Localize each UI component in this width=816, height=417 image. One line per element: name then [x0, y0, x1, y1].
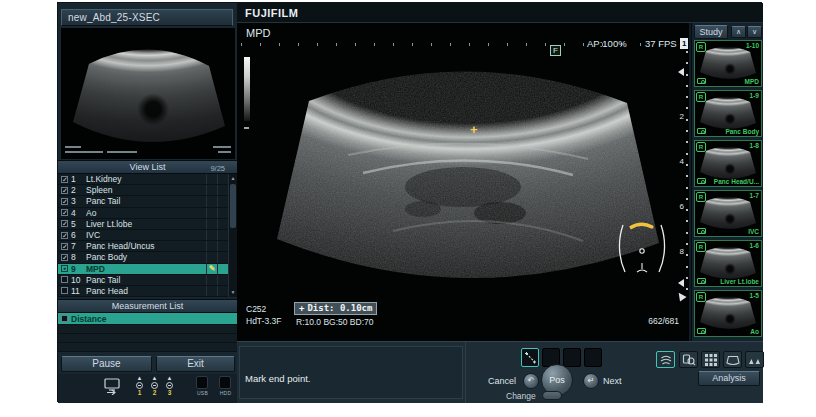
brand-bar: FUJIFILM [237, 3, 763, 23]
scroll-up-icon[interactable]: ▲ [229, 174, 237, 183]
view-list-row[interactable]: ● 9 MPD ✎ [58, 264, 237, 275]
view-list-row[interactable]: ✓ 2 Spleen [58, 185, 237, 196]
image-parameters-readout: R:10.0 BG:50 BD:70 [296, 317, 374, 327]
view-list-row[interactable]: 10 Panc Tail [58, 275, 237, 286]
study-thumbnail[interactable]: R 1-8 Panc Head/U... [694, 140, 762, 187]
reference-ultrasound-image [61, 28, 235, 159]
study-thumbnail[interactable]: R 1-5 Ao [694, 290, 762, 337]
view-list-row[interactable]: ✓ 1 Lt.Kidney [58, 174, 237, 185]
view-number: 3 [71, 196, 86, 206]
r-badge: R [696, 192, 706, 202]
bottom-control-bar: Mark end point. [237, 341, 689, 403]
view-checkbox[interactable]: ✓ [58, 243, 71, 250]
scroll-down-icon[interactable]: ▼ [229, 288, 237, 297]
study-thumbnail[interactable]: R 1-9 Panc Body [694, 90, 762, 137]
view-number: 7 [71, 241, 86, 251]
analysis-button[interactable]: Analysis [698, 371, 760, 386]
usb-indicator: USB [196, 376, 209, 396]
view-list-row[interactable]: ✓ 6 IVC [58, 230, 237, 241]
probe-icon[interactable] [656, 351, 675, 368]
view-list-row[interactable]: 11 Panc Head [58, 286, 237, 297]
cine-frame-counter: 662/681 [648, 316, 679, 326]
view-checkbox[interactable]: ✓ [58, 198, 71, 205]
view-list-scrollbar[interactable]: ▲ ▼ [228, 174, 237, 297]
view-number: 11 [71, 286, 86, 296]
view-checkbox[interactable]: ● [58, 265, 71, 272]
view-name: Panc Head [86, 286, 206, 296]
empty-row [58, 325, 237, 334]
ultrasound-display: MPD [237, 23, 689, 341]
view-checkbox[interactable]: ✓ [58, 232, 71, 239]
exit-button[interactable]: Exit [156, 356, 235, 372]
active-caliper-mark: + [299, 303, 304, 314]
camera-icon [697, 278, 706, 284]
study-button[interactable]: Study [694, 25, 728, 39]
cancel-button[interactable]: ↶ [523, 373, 539, 389]
edit-pencil-icon: ✎ [209, 264, 216, 273]
view-name: Liver Lt.lobe [86, 219, 206, 229]
study-thumbnail[interactable]: R 1-6 Liver Lt.lobe [694, 240, 762, 287]
view-checkbox[interactable] [58, 287, 71, 294]
image-area-icon[interactable] [723, 351, 742, 368]
view-name: Panc Tail [86, 275, 206, 285]
patient-search-icon[interactable] [679, 351, 698, 368]
view-list-row[interactable]: ✓ 8 Panc Body [58, 252, 237, 263]
left-panel: new_Abd_25-XSEC View List 9/25 ✓ 1 Lt.Ki… [58, 3, 237, 401]
thumbnail-number: 1-6 [750, 242, 759, 249]
depth-tick-label: 8 [675, 247, 684, 256]
tool-slot[interactable] [563, 348, 581, 367]
view-list-row[interactable]: ✓ 7 Panc Head/Uncus [58, 241, 237, 252]
measurement-list-header: Measurement List [58, 299, 237, 313]
footswitch-indicators: ▲ 1 ▲ 2 ▲ 3 [134, 375, 175, 397]
measurement-checkbox[interactable] [58, 315, 71, 322]
thumbnail-caption-text [218, 151, 231, 153]
dual-compare-icon[interactable] [745, 351, 764, 368]
view-name: Ao [86, 208, 206, 218]
view-checkbox[interactable]: ✓ [58, 187, 71, 194]
view-checkbox[interactable]: ✓ [58, 176, 71, 183]
body-marker-icon [615, 219, 669, 277]
view-list-row[interactable]: ✓ 4 Ao [58, 208, 237, 219]
pause-button[interactable]: Pause [61, 356, 152, 372]
r-badge: R [696, 92, 706, 102]
tool-slot[interactable] [584, 348, 602, 367]
view-checkbox[interactable]: ✓ [58, 254, 71, 261]
grid-view-icon[interactable] [701, 351, 720, 368]
change-button[interactable] [542, 391, 562, 400]
study-thumbnail[interactable]: R 1-7 IVC [694, 190, 762, 237]
view-checkbox[interactable]: ✓ [58, 220, 71, 227]
thumbnail-number: 1-9 [750, 92, 759, 99]
chevron-up-icon[interactable]: ∧ [731, 26, 746, 38]
chevron-down-icon[interactable]: ∨ [747, 26, 762, 38]
r-badge: R [696, 292, 706, 302]
thumbnail-caption-text [65, 146, 81, 148]
r-badge: R [696, 242, 706, 252]
footswitch-pedal-icon [166, 382, 173, 389]
tool-slot[interactable] [521, 348, 539, 367]
measurement-list: Measurement List Distance [58, 299, 237, 348]
guidance-message-box: Mark end point. [239, 346, 463, 399]
view-list: View List 9/25 ✓ 1 Lt.Kidney ✓ 2 [58, 160, 237, 297]
view-number: 2 [71, 185, 86, 195]
scrollbar-thumb[interactable] [230, 184, 236, 228]
view-checkbox[interactable]: ✓ [58, 209, 71, 216]
view-checkbox[interactable] [58, 276, 71, 283]
camera-icon [697, 228, 706, 234]
view-list-row[interactable]: ✓ 3 Panc Tail [58, 196, 237, 207]
footswitch-indicator: ▲ 1 [134, 375, 145, 397]
view-name: IVC [86, 230, 206, 240]
depth-tick-label: 2 [675, 112, 684, 121]
view-list-row[interactable]: ✓ 5 Liver Lt.lobe [58, 219, 237, 230]
next-enter-button[interactable]: ↵ [583, 373, 599, 389]
stage-indicator: 1 [680, 38, 688, 49]
measurement-row[interactable]: Distance [58, 313, 237, 325]
measurement-cursor[interactable]: + [470, 122, 478, 137]
footswitch-arrow-icon: ▲ [167, 375, 173, 382]
view-list-header: View List 9/25 [58, 160, 237, 174]
study-thumbnail[interactable]: R 1-10 MPD [694, 40, 762, 87]
device-status-strip: ▲ 1 ▲ 2 ▲ 3 [58, 374, 237, 403]
view-list-title: View List [130, 162, 166, 172]
distance-caliper-icon [523, 350, 538, 365]
thumbnail-view-label: Panc Body [725, 128, 759, 135]
r-badge: R [696, 142, 706, 152]
